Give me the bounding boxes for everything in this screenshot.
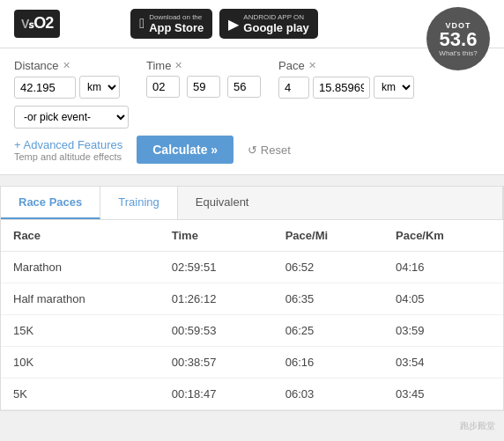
input-section: Distance ✕ km mi -or pick event- Maratho… [0,48,504,175]
cell-pace-km-4: 03:45 [383,379,503,410]
race-table: Race Time Pace/Mi Pace/Km Marathon 02:59… [1,220,503,410]
time-minutes[interactable] [187,76,220,98]
fields-row: Distance ✕ km mi -or pick event- Maratho… [14,59,490,129]
reset-button[interactable]: Reset [248,143,291,157]
cell-pace-km-2: 03:59 [383,315,503,347]
tab-training[interactable]: Training [100,187,177,219]
cell-pace-mi-4: 06:03 [273,379,383,410]
google-badge-big: Google play [243,21,308,34]
temp-alt-text: Temp and altitude effects [14,151,122,162]
distance-input[interactable] [14,77,76,99]
apple-badge[interactable]:  Download on the App Store [130,9,212,39]
vdot-value: 53.6 [440,30,478,49]
cell-pace-mi-2: 06:25 [273,315,383,347]
cell-race-4: 5K [1,379,159,410]
apple-badge-small: Download on the [149,13,204,21]
advanced-col: Advanced Features Temp and altitude effe… [14,138,122,162]
cell-race-2: 15K [1,315,159,347]
cell-time-3: 00:38:57 [159,347,273,379]
cell-time-1: 01:26:12 [159,283,273,315]
actions-row: Advanced Features Temp and altitude effe… [14,136,490,164]
google-icon: ▶ [228,16,239,33]
cell-pace-mi-1: 06:35 [273,283,383,315]
distance-label: Distance ✕ [14,59,129,72]
cell-pace-km-0: 04:16 [383,252,503,283]
table-row: 5K 00:18:47 06:03 03:45 [1,379,503,410]
time-seconds[interactable] [227,76,261,98]
table-head: Race Time Pace/Mi Pace/Km [1,220,503,252]
table-row: Marathon 02:59:51 06:52 04:16 [1,252,503,283]
table-row: Half marathon 01:26:12 06:35 04:05 [1,283,503,315]
cell-pace-mi-3: 06:16 [273,347,383,379]
cell-time-0: 02:59:51 [159,252,273,283]
apple-badge-big: App Store [149,21,204,34]
distance-clear[interactable]: ✕ [63,60,70,71]
table-row: 10K 00:38:57 06:16 03:54 [1,347,503,379]
cell-race-1: Half marathon [1,283,159,315]
tabs-section: Race Paces Training Equivalent Race Time… [0,186,504,411]
col-time: Time [159,220,273,252]
cell-race-0: Marathon [1,252,159,283]
time-label: Time ✕ [146,59,261,72]
col-pace-mi: Pace/Mi [273,220,383,252]
time-inputs [146,76,261,98]
cell-time-4: 00:18:47 [159,379,273,410]
pace-input-1[interactable] [278,77,309,99]
cell-race-3: 10K [1,347,159,379]
col-race: Race [1,220,159,252]
google-badge-small: ANDROID APP ON [243,13,308,21]
vdot-circle[interactable]: VDOT 53.6 What's this? [426,7,490,70]
col-pace-km: Pace/Km [383,220,503,252]
logo-rest: ₛO2 [28,14,53,32]
pace-unit-select[interactable]: km mi [374,76,414,99]
cell-pace-km-1: 04:05 [383,283,503,315]
pace-group: Pace ✕ km mi [278,59,414,99]
time-hours[interactable] [146,76,180,98]
table-row: 15K 00:59:53 06:25 03:59 [1,315,503,347]
distance-unit-select[interactable]: km mi [79,76,120,99]
watermark: 跑步殿堂 [460,420,495,432]
vdot-whats-this: What's this? [439,49,477,57]
distance-group: Distance ✕ km mi -or pick event- Maratho… [14,59,129,129]
google-badge[interactable]: ▶ ANDROID APP ON Google play [219,9,317,39]
table-header-row: Race Time Pace/Mi Pace/Km [1,220,503,252]
cell-pace-mi-0: 06:52 [273,252,383,283]
pace-inputs: km mi [278,76,414,99]
time-clear[interactable]: ✕ [174,60,182,71]
pace-label: Pace ✕ [278,59,414,72]
header: VₛO2  Download on the App Store ▶ ANDRO… [0,0,504,48]
time-group: Time ✕ [146,59,261,98]
event-select[interactable]: -or pick event- Marathon Half marathon 1… [14,106,129,129]
advanced-link[interactable]: Advanced Features [14,138,122,151]
tab-race-paces[interactable]: Race Paces [1,187,100,219]
tabs-header: Race Paces Training Equivalent [1,187,503,220]
apple-icon:  [139,16,145,32]
distance-inputs: km mi [14,76,129,99]
pace-input-2[interactable] [313,77,370,99]
table-body: Marathon 02:59:51 06:52 04:16 Half marat… [1,252,503,410]
calculate-button[interactable]: Calculate [137,136,233,164]
pace-clear[interactable]: ✕ [308,60,316,71]
cell-time-2: 00:59:53 [159,315,273,347]
app-badges:  Download on the App Store ▶ ANDROID AP… [130,9,317,39]
logo: VₛO2 [14,10,60,38]
tab-equivalent[interactable]: Equivalent [178,187,503,219]
cell-pace-km-3: 03:54 [383,347,503,379]
